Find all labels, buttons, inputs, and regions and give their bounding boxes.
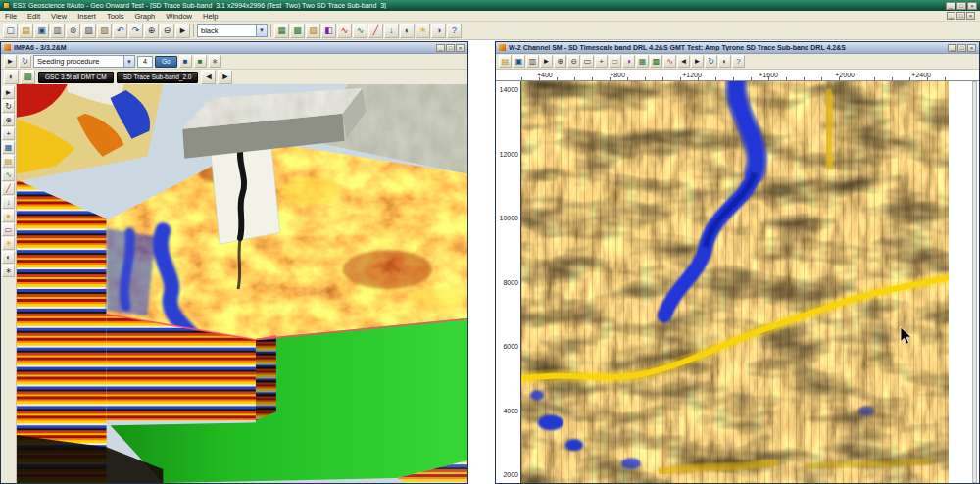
pointer-icon[interactable]: ►: [175, 24, 190, 38]
map-view-icon[interactable]: ▧: [306, 24, 320, 38]
menu-item[interactable]: Window: [166, 12, 192, 21]
light-icon[interactable]: ☀: [416, 24, 430, 38]
select-pointer-icon[interactable]: ►: [2, 86, 15, 99]
horizon-icon[interactable]: ∿: [2, 169, 15, 181]
seismic-timeslice[interactable]: [521, 81, 949, 483]
prev-icon[interactable]: ◄: [201, 70, 216, 84]
print-icon[interactable]: ▥: [50, 24, 65, 38]
menu-item[interactable]: View: [51, 12, 67, 21]
snapshot-icon[interactable]: ◐: [4, 70, 19, 84]
slice-icon[interactable]: ▤: [2, 155, 15, 168]
window-control-button[interactable]: □: [446, 44, 455, 52]
chevron-down-icon[interactable]: ▼: [256, 25, 267, 36]
well-icon[interactable]: ↓: [384, 24, 399, 38]
copy-icon[interactable]: ▨: [81, 24, 96, 38]
green-chip-icon[interactable]: ■: [194, 55, 207, 68]
redo-icon[interactable]: ↷: [128, 24, 143, 38]
zoom-in-icon[interactable]: ⊕: [554, 55, 566, 68]
pan-icon[interactable]: +: [595, 55, 608, 68]
grid-icon[interactable]: ▦: [274, 24, 289, 38]
fault-icon[interactable]: ╱: [2, 182, 15, 195]
window-control-button[interactable]: _: [946, 2, 956, 10]
zoom-out-icon[interactable]: ⊖: [160, 24, 174, 38]
undo-icon[interactable]: ↶: [113, 24, 127, 38]
paste-icon[interactable]: ▧: [97, 24, 112, 38]
open-icon[interactable]: ▤: [499, 55, 512, 68]
camera-icon[interactable]: ◐: [400, 24, 415, 38]
layers-icon[interactable]: ▩: [290, 24, 305, 38]
green-cube-icon[interactable]: ▩: [21, 70, 35, 84]
menu-item[interactable]: Help: [203, 12, 218, 21]
light-icon[interactable]: ☀: [2, 237, 15, 250]
viewport-3d[interactable]: [17, 84, 467, 483]
procedure-combo[interactable]: Seeding procedure ▼: [33, 55, 135, 68]
refresh-icon[interactable]: ↻: [705, 55, 717, 68]
zoom-icon[interactable]: ⊕: [2, 114, 15, 126]
next-icon[interactable]: ►: [691, 55, 704, 68]
menu-item[interactable]: File: [5, 12, 17, 21]
pointer-icon[interactable]: ►: [540, 55, 553, 68]
eraser-icon[interactable]: ▭: [2, 223, 15, 236]
settings-icon[interactable]: ∗: [2, 265, 15, 277]
window-control-button[interactable]: □: [956, 2, 966, 10]
mdi-control-button[interactable]: ×: [966, 12, 975, 20]
viewer-3d-titlebar[interactable]: IMPA6 - 3/3.2&M _□×: [1, 42, 467, 54]
window-control-button[interactable]: ×: [456, 44, 465, 52]
window-control-button[interactable]: ×: [967, 2, 977, 10]
camera-icon[interactable]: ◐: [718, 55, 731, 68]
timeslice-titlebar[interactable]: W-2 Channel SM - SD Timescale band DRL 4…: [496, 42, 979, 54]
chevron-down-icon[interactable]: ▼: [123, 56, 134, 67]
vertical-scrollbar[interactable]: [972, 81, 977, 483]
ruler-icon[interactable]: ▭: [609, 55, 621, 68]
snapshot-icon[interactable]: ◐: [2, 251, 15, 264]
layers-icon[interactable]: ▩: [650, 55, 662, 68]
window-control-button[interactable]: _: [436, 44, 445, 52]
window-control-button[interactable]: _: [948, 44, 956, 52]
seed-icon[interactable]: ●: [2, 210, 15, 222]
well-icon[interactable]: ↓: [2, 196, 15, 209]
save-icon[interactable]: ▣: [513, 55, 525, 68]
print-icon[interactable]: ▥: [526, 55, 539, 68]
seismic-trace-icon[interactable]: ∿: [337, 24, 352, 38]
go-button[interactable]: Go: [155, 56, 177, 68]
window-control-button[interactable]: ×: [967, 44, 976, 52]
mdi-control-button[interactable]: □: [956, 12, 965, 20]
menu-item[interactable]: Tools: [107, 12, 124, 21]
blue-chip-icon[interactable]: ■: [179, 55, 192, 68]
dataset-button-2[interactable]: SD Trace Sub-band_2.0: [117, 72, 199, 83]
next-icon[interactable]: ►: [218, 70, 232, 84]
horizon-icon[interactable]: ∿: [353, 24, 368, 38]
help-icon[interactable]: ?: [447, 24, 462, 38]
palette-icon[interactable]: ◑: [431, 24, 446, 38]
refresh-icon[interactable]: ↻: [19, 55, 31, 68]
open-icon[interactable]: ▤: [19, 24, 33, 38]
dataset-button-1[interactable]: GSC 3.5t all DMT CM: [38, 72, 114, 83]
seismic-3d-scene[interactable]: [17, 84, 467, 483]
save-icon[interactable]: ▣: [34, 24, 49, 38]
prev-icon[interactable]: ◄: [677, 55, 690, 68]
cut-icon[interactable]: ⊗: [66, 24, 80, 38]
pointer-icon[interactable]: ►: [4, 55, 17, 68]
pan-icon[interactable]: +: [2, 127, 15, 140]
rotate-icon[interactable]: ↻: [2, 100, 15, 113]
settings-icon[interactable]: ∗: [209, 55, 221, 68]
zoom-in-icon[interactable]: ⊕: [144, 24, 159, 38]
new-icon[interactable]: ▢: [3, 24, 18, 38]
menu-item[interactable]: Insert: [77, 12, 96, 21]
palette-icon[interactable]: ◑: [622, 55, 635, 68]
cube-3d-icon[interactable]: ◧: [321, 24, 336, 38]
zoom-out-icon[interactable]: ⊖: [567, 55, 580, 68]
fit-view-icon[interactable]: ▭: [581, 55, 594, 68]
window-control-button[interactable]: □: [957, 44, 966, 52]
menu-item[interactable]: Edit: [27, 12, 40, 21]
mdi-control-button[interactable]: _: [947, 12, 956, 20]
grid-icon[interactable]: ▦: [636, 55, 649, 68]
fault-icon[interactable]: ╱: [368, 24, 383, 38]
probe-icon[interactable]: ▦: [2, 141, 15, 154]
help-icon[interactable]: ?: [732, 55, 745, 68]
seed-step-input[interactable]: [137, 56, 153, 68]
color-combo[interactable]: black ▼: [197, 24, 268, 37]
menu-item[interactable]: Graph: [134, 12, 155, 21]
timeslice-canvas[interactable]: [521, 81, 949, 483]
seismic-trace-icon[interactable]: ∿: [663, 55, 676, 68]
